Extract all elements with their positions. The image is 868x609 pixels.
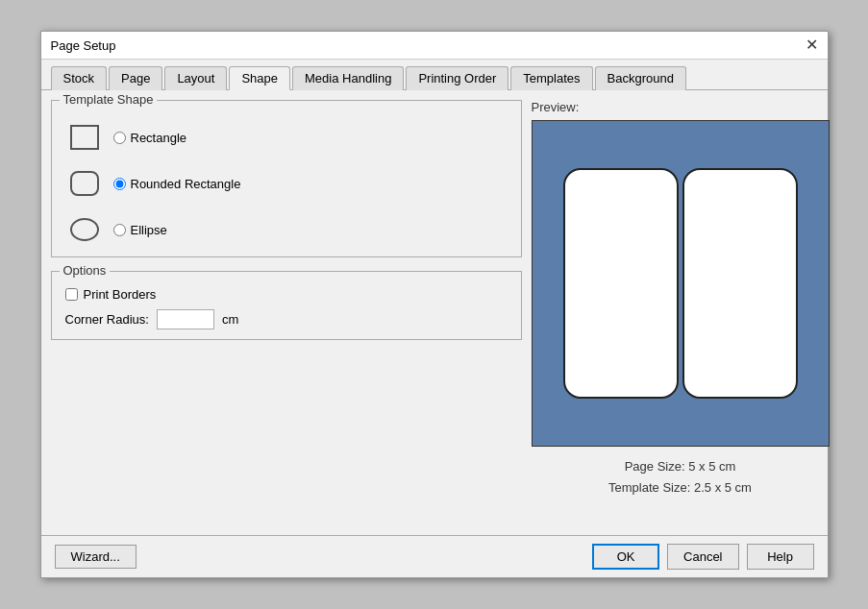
tab-templates[interactable]: Templates — [510, 66, 592, 90]
preview-card-right — [682, 168, 798, 399]
tab-layout[interactable]: Layout — [164, 66, 227, 90]
ellipse-shape-icon — [65, 210, 104, 249]
left-panel: Template Shape Rectangle — [51, 100, 522, 525]
template-size-value: 2.5 x 5 cm — [694, 480, 752, 495]
tab-background[interactable]: Background — [595, 66, 686, 90]
ellipse-radio-label[interactable]: Ellipse — [113, 223, 167, 237]
bottom-bar: Wizard... OK Cancel Help — [41, 535, 828, 577]
corner-radius-row: Corner Radius: 0.32 cm — [65, 309, 508, 329]
dialog-title: Page Setup — [51, 38, 116, 53]
options-fieldset: Options Print Borders Corner Radius: 0.3… — [51, 271, 522, 340]
rounded-rectangle-label: Rounded Rectangle — [131, 177, 241, 191]
corner-radius-label: Corner Radius: — [65, 312, 149, 327]
template-shape-fieldset: Template Shape Rectangle — [51, 100, 522, 257]
tabs-bar: Stock Page Layout Shape Media Handling P… — [41, 60, 828, 90]
template-size-row: Template Size: 2.5 x 5 cm — [608, 477, 752, 499]
print-borders-label: Print Borders — [84, 287, 157, 302]
print-borders-checkbox[interactable] — [65, 288, 78, 301]
tab-page[interactable]: Page — [109, 66, 162, 90]
cancel-button[interactable]: Cancel — [667, 544, 738, 570]
page-setup-dialog: Page Setup ✕ Stock Page Layout Shape Med… — [40, 31, 829, 578]
help-button[interactable]: Help — [747, 544, 814, 570]
template-size-label: Template Size: — [608, 480, 690, 495]
template-shape-legend: Template Shape — [60, 92, 158, 107]
right-buttons: OK Cancel Help — [592, 544, 813, 570]
rounded-rectangle-row: Rounded Rectangle — [65, 164, 508, 203]
preview-label: Preview: — [532, 100, 580, 114]
ellipse-row: Ellipse — [65, 210, 508, 249]
preview-card-left — [563, 168, 679, 399]
tab-stock[interactable]: Stock — [51, 66, 108, 90]
corner-radius-input[interactable]: 0.32 — [157, 309, 214, 329]
page-size-label: Page Size: — [625, 459, 685, 474]
preview-box — [532, 120, 830, 447]
rounded-rectangle-radio-label[interactable]: Rounded Rectangle — [113, 177, 241, 191]
tab-media-handling[interactable]: Media Handling — [292, 66, 404, 90]
wizard-button[interactable]: Wizard... — [55, 545, 136, 569]
tab-shape[interactable]: Shape — [229, 66, 290, 90]
ok-button[interactable]: OK — [592, 544, 659, 570]
rectangle-radio-label[interactable]: Rectangle — [113, 131, 187, 145]
svg-rect-0 — [71, 126, 98, 149]
rectangle-radio[interactable] — [113, 132, 126, 144]
corner-radius-unit: cm — [222, 312, 238, 327]
preview-cards — [563, 168, 798, 399]
tab-printing-order[interactable]: Printing Order — [406, 66, 508, 90]
print-borders-row: Print Borders — [65, 281, 508, 302]
rectangle-row: Rectangle — [65, 118, 508, 157]
rectangle-shape-icon — [65, 118, 104, 157]
ellipse-label: Ellipse — [131, 223, 167, 237]
page-size-info: Page Size: 5 x 5 cm Template Size: 2.5 x… — [608, 456, 752, 499]
ellipse-radio[interactable] — [113, 224, 126, 236]
page-size-value: 5 x 5 cm — [688, 459, 735, 474]
page-size-row: Page Size: 5 x 5 cm — [608, 456, 752, 477]
rounded-rectangle-radio[interactable] — [113, 178, 126, 190]
right-panel: Preview: Page Size: 5 x 5 cm Template Si… — [532, 100, 830, 525]
close-button[interactable]: ✕ — [806, 37, 818, 53]
shape-options: Rectangle Rounded Rectangle — [65, 109, 508, 249]
rectangle-label: Rectangle — [131, 131, 187, 145]
svg-point-2 — [71, 219, 98, 240]
title-bar: Page Setup ✕ — [41, 32, 828, 60]
content-area: Template Shape Rectangle — [41, 90, 828, 535]
rounded-rectangle-shape-icon — [65, 164, 104, 203]
svg-rect-1 — [71, 172, 98, 195]
options-legend: Options — [60, 263, 111, 278]
